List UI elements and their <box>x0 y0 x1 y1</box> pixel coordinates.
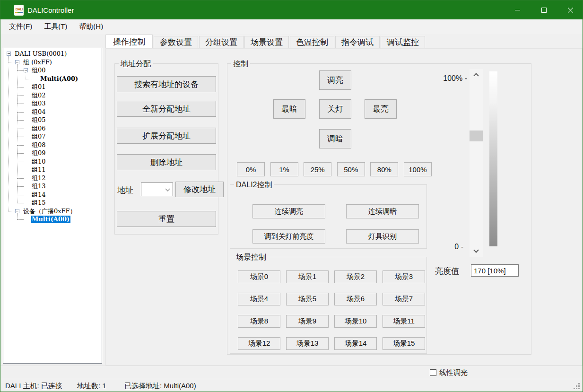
tree-item-label: 组06 <box>31 125 47 132</box>
minimize-button[interactable] <box>506 0 528 19</box>
percent-button-80[interactable]: 80% <box>370 162 398 176</box>
tab-2[interactable]: 分组设置 <box>199 36 244 48</box>
menu-item-0[interactable]: 文件(F) <box>9 21 33 33</box>
percent-button-100[interactable]: 100% <box>404 162 432 176</box>
percent-button-1[interactable]: 1% <box>270 162 298 176</box>
reset-button[interactable]: 重置 <box>117 211 216 227</box>
scene-button-8[interactable]: 场景8 <box>238 315 280 328</box>
scene-button-12[interactable]: 场景12 <box>238 337 280 350</box>
tree-item[interactable]: 组14 <box>3 191 47 199</box>
tree-item[interactable]: 组04 <box>3 108 47 116</box>
dim-button[interactable]: 调暗 <box>319 129 351 148</box>
tree-item[interactable]: 组03 <box>3 99 47 108</box>
address-combobox[interactable] <box>141 183 173 196</box>
address-button-0[interactable]: 搜索有地址的设备 <box>117 76 216 92</box>
min-brightness-button[interactable]: 最暗 <box>273 99 305 119</box>
scene-button-4[interactable]: 场景4 <box>238 293 280 305</box>
scene-button-7[interactable]: 场景7 <box>383 293 425 305</box>
scene-button-3[interactable]: 场景3 <box>383 270 425 283</box>
tree-item[interactable]: 设备（广播0xFF） <box>3 207 77 216</box>
brighten-button[interactable]: 调亮 <box>319 70 351 90</box>
lamp-off-button[interactable]: 关灯 <box>319 99 351 119</box>
tree-connector-stub <box>17 129 24 129</box>
percent-button-row: 0%1%25%50%80%100% <box>237 162 432 176</box>
address-button-1[interactable]: 全新分配地址 <box>117 101 216 117</box>
scene-button-15[interactable]: 场景15 <box>383 337 425 350</box>
slider-max-label: 100% - <box>426 74 467 83</box>
tree-item-label: 组12 <box>31 174 47 182</box>
tree-connector-stub <box>17 195 24 195</box>
scene-button-5[interactable]: 场景5 <box>286 293 329 305</box>
scroll-down-button[interactable] <box>470 246 483 256</box>
tree-item-label: 组14 <box>31 191 47 199</box>
tree-item[interactable]: 组08 <box>3 141 47 149</box>
scene-button-11[interactable]: 场景11 <box>383 315 425 328</box>
app-window: DALI DALIController 文件(F)工具(T)帮助(H) DALI… <box>0 0 583 392</box>
tab-4[interactable]: 色温控制 <box>290 36 334 48</box>
tree-item[interactable]: 组06 <box>3 124 47 133</box>
scene-button-6[interactable]: 场景6 <box>334 293 377 305</box>
linear-dimming-checkbox[interactable] <box>430 369 436 376</box>
tree-item[interactable]: 组12 <box>3 174 47 183</box>
app-icon: DALI <box>14 5 24 16</box>
tree-item[interactable]: DALI USB(0001) <box>3 50 68 58</box>
dali2-button-2[interactable]: 调到关灯前亮度 <box>252 229 325 244</box>
percent-button-25[interactable]: 25% <box>304 162 331 176</box>
tree-connector-stub <box>17 186 24 187</box>
close-button[interactable] <box>559 0 581 19</box>
scene-button-13[interactable]: 场景13 <box>286 337 329 350</box>
window-title: DALIController <box>27 0 74 19</box>
tree-item[interactable]: 组01 <box>3 83 47 91</box>
tab-0[interactable]: 操作控制 <box>105 35 153 48</box>
tree-item[interactable]: 组10 <box>3 157 47 166</box>
tab-5[interactable]: 指令调试 <box>335 36 380 48</box>
menu-item-2[interactable]: 帮助(H) <box>78 21 104 33</box>
tree-item[interactable]: Multi(A00) <box>3 75 79 83</box>
tab-3[interactable]: 场景设置 <box>244 36 289 48</box>
tree-connector-stub <box>26 79 32 79</box>
dali2-button-0[interactable]: 连续调亮 <box>252 204 325 218</box>
tree-item[interactable]: Multi(A00) <box>3 215 70 224</box>
address-button-3[interactable]: 删除地址 <box>117 154 216 170</box>
scene-button-0[interactable]: 场景0 <box>238 270 280 283</box>
modify-address-button[interactable]: 修改地址 <box>175 182 224 197</box>
dali2-button-3[interactable]: 灯具识别 <box>346 229 419 244</box>
maximize-button[interactable] <box>533 0 555 19</box>
tree-item[interactable]: 组 (0xFF) <box>3 58 53 67</box>
tree-item[interactable]: 组00 <box>3 66 47 75</box>
tree-expander-minus-icon[interactable] <box>15 209 19 213</box>
tab-6[interactable]: 调试监控 <box>381 36 425 48</box>
tree-expander-minus-icon[interactable] <box>24 68 28 72</box>
tree-item[interactable]: 组13 <box>3 182 47 191</box>
scene-button-2[interactable]: 场景2 <box>334 270 377 283</box>
address-button-2[interactable]: 扩展分配地址 <box>117 128 216 144</box>
tree-item[interactable]: 组09 <box>3 149 47 157</box>
max-brightness-button[interactable]: 最亮 <box>365 99 397 119</box>
tree-connector-stub <box>17 87 24 87</box>
brightness-value-input[interactable] <box>471 264 519 277</box>
scene-button-1[interactable]: 场景1 <box>286 270 329 283</box>
tree-item-label: 组 (0xFF) <box>22 59 53 66</box>
tree-item[interactable]: 组07 <box>3 132 47 141</box>
tree-connector-stub <box>17 137 24 137</box>
tree-expander-minus-icon[interactable] <box>7 52 11 56</box>
percent-button-50[interactable]: 50% <box>337 162 365 176</box>
scene-button-10[interactable]: 场景10 <box>334 315 377 328</box>
tree-item-label: Multi(A00) <box>31 216 70 223</box>
scene-button-9[interactable]: 场景9 <box>286 315 329 328</box>
menu-item-1[interactable]: 工具(T) <box>44 21 68 33</box>
tree-item[interactable]: 组02 <box>3 91 47 100</box>
tab-1[interactable]: 参数设置 <box>154 36 198 48</box>
brightness-scrollbar[interactable] <box>470 69 483 257</box>
resize-grip[interactable] <box>578 388 580 389</box>
device-tree-panel: DALI USB(0001)组 (0xFF)组00Multi(A00)组01组0… <box>3 48 102 364</box>
scene-button-14[interactable]: 场景14 <box>334 337 377 350</box>
tree-item[interactable]: 组15 <box>3 199 47 207</box>
percent-button-0[interactable]: 0% <box>237 162 265 176</box>
dali2-button-1[interactable]: 连续调暗 <box>346 204 419 218</box>
tree-item[interactable]: 组05 <box>3 116 47 124</box>
scrollbar-thumb[interactable] <box>470 131 483 141</box>
tree-expander-minus-icon[interactable] <box>15 60 19 64</box>
scroll-up-button[interactable] <box>470 70 483 79</box>
tree-item[interactable]: 组11 <box>3 166 47 174</box>
